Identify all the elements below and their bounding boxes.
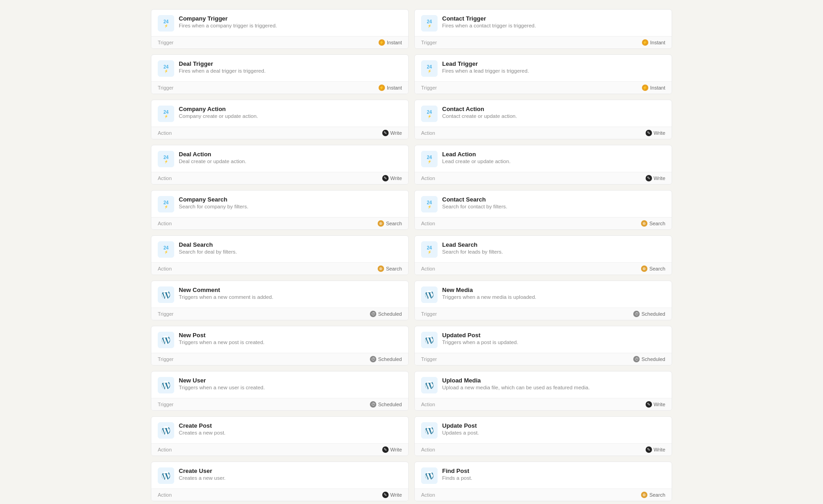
card-desc-new-comment: Triggers when a new comment is added. <box>179 294 402 300</box>
card-footer-update-post: Action ✎ Write <box>415 443 672 456</box>
card-body: 24 ⚡ Contact Search Search for contact b… <box>415 191 672 217</box>
card-text-upload-media: Upload Media Upload a new media file, wh… <box>442 377 665 390</box>
badge-find-post: ⊕ Search <box>641 492 665 498</box>
badge-new-user: ⏱ Scheduled <box>370 401 402 408</box>
card-contact-search[interactable]: 24 ⚡ Contact Search Search for contact b… <box>414 190 672 230</box>
badge-label-company-trigger: Instant <box>387 40 402 45</box>
card-updated-post[interactable]: Updated Post Triggers when a post is upd… <box>414 326 672 366</box>
card-body: 24 ⚡ Contact Trigger Fires when a contac… <box>415 10 672 36</box>
footer-type-create-post: Action <box>158 447 172 452</box>
card-desc-deal-search: Search for deal by filters. <box>179 249 402 255</box>
badge-update-post: ✎ Write <box>646 446 665 453</box>
card-title-lead-search: Lead Search <box>442 241 665 248</box>
card-title-new-media: New Media <box>442 286 665 293</box>
badge-label-contact-action: Write <box>654 130 665 136</box>
footer-type-deal-search: Action <box>158 266 172 271</box>
badge-create-post: ✎ Write <box>382 446 402 453</box>
card-title-deal-search: Deal Search <box>179 241 402 248</box>
card-text-contact-search: Contact Search Search for contact by fil… <box>442 196 665 209</box>
card-body: 24 ⚡ Deal Trigger Fires when a deal trig… <box>151 55 408 81</box>
card-title-upload-media: Upload Media <box>442 377 665 384</box>
card-upload-media[interactable]: Upload Media Upload a new media file, wh… <box>414 371 672 411</box>
card-title-new-comment: New Comment <box>179 286 402 293</box>
card-icon-find-post <box>421 467 438 484</box>
badge-label-new-post: Scheduled <box>378 356 402 362</box>
badge-deal-action: ✎ Write <box>382 175 402 181</box>
card-icon-create-post <box>158 422 174 439</box>
card-icon-updated-post <box>421 332 438 348</box>
badge-label-create-post: Write <box>390 447 402 452</box>
card-footer-new-comment: Trigger ⏱ Scheduled <box>151 308 408 320</box>
footer-type-company-action: Action <box>158 130 172 136</box>
badge-label-create-user: Write <box>390 492 402 498</box>
card-contact-action[interactable]: 24 ⚡ Contact Action Contact create or up… <box>414 100 672 139</box>
card-text-company-trigger: Company Trigger Fires when a company tri… <box>179 15 402 28</box>
card-desc-create-post: Creates a new post. <box>179 430 402 435</box>
card-desc-contact-search: Search for contact by filters. <box>442 204 665 209</box>
card-body: New Media Triggers when a new media is u… <box>415 281 672 308</box>
card-footer-new-media: Trigger ⏱ Scheduled <box>415 308 672 320</box>
badge-contact-search: ⊕ Search <box>641 220 665 227</box>
card-text-lead-action: Lead Action Lead create or update action… <box>442 151 665 164</box>
card-new-post[interactable]: New Post Triggers when a new post is cre… <box>151 326 409 366</box>
card-title-contact-search: Contact Search <box>442 196 665 203</box>
card-title-contact-action: Contact Action <box>442 106 665 112</box>
card-company-search[interactable]: 24 ⚡ Company Search Search for company b… <box>151 190 409 230</box>
card-lead-trigger[interactable]: 24 ⚡ Lead Trigger Fires when a lead trig… <box>414 54 672 94</box>
card-body: New Post Triggers when a new post is cre… <box>151 326 408 353</box>
card-company-trigger[interactable]: 24 ⚡ Company Trigger Fires when a compan… <box>151 9 409 49</box>
card-text-update-post: Update Post Updates a post. <box>442 422 665 435</box>
card-title-create-user: Create User <box>179 467 402 474</box>
badge-new-comment: ⏱ Scheduled <box>370 311 402 317</box>
card-title-lead-trigger: Lead Trigger <box>442 60 665 67</box>
card-create-post[interactable]: Create Post Creates a new post. Action ✎… <box>151 416 409 456</box>
card-body: Updated Post Triggers when a post is upd… <box>415 326 672 353</box>
footer-type-lead-search: Action <box>421 266 435 271</box>
card-deal-trigger[interactable]: 24 ⚡ Deal Trigger Fires when a deal trig… <box>151 54 409 94</box>
card-lead-search[interactable]: 24 ⚡ Lead Search Search for leads by fil… <box>414 235 672 275</box>
card-icon-contact-action: 24 ⚡ <box>421 106 438 122</box>
card-footer-company-trigger: Trigger ⚡ Instant <box>151 36 408 48</box>
footer-type-find-post: Action <box>421 492 435 498</box>
card-text-company-search: Company Search Search for company by fil… <box>179 196 402 209</box>
footer-type-company-search: Action <box>158 221 172 226</box>
card-company-action[interactable]: 24 ⚡ Company Action Company create or up… <box>151 100 409 139</box>
card-footer-deal-trigger: Trigger ⚡ Instant <box>151 81 408 94</box>
card-find-post[interactable]: Find Post Finds a post. Action ⊕ Search <box>414 462 672 501</box>
footer-type-lead-action: Action <box>421 175 435 181</box>
card-icon-company-action: 24 ⚡ <box>158 106 174 122</box>
card-footer-lead-action: Action ✎ Write <box>415 172 672 184</box>
badge-label-new-user: Scheduled <box>378 402 402 407</box>
badge-deal-search: ⊕ Search <box>378 265 402 272</box>
footer-type-create-user: Action <box>158 492 172 498</box>
card-footer-lead-search: Action ⊕ Search <box>415 262 672 275</box>
card-desc-create-user: Creates a new user. <box>179 475 402 481</box>
card-lead-action[interactable]: 24 ⚡ Lead Action Lead create or update a… <box>414 145 672 185</box>
badge-company-search: ⊕ Search <box>378 220 402 227</box>
badge-label-new-comment: Scheduled <box>378 311 402 317</box>
card-create-user[interactable]: Create User Creates a new user. Action ✎… <box>151 462 409 501</box>
badge-lead-trigger: ⚡ Instant <box>642 85 665 91</box>
card-new-user[interactable]: New User Triggers when a new user is cre… <box>151 371 409 411</box>
card-deal-search[interactable]: 24 ⚡ Deal Search Search for deal by filt… <box>151 235 409 275</box>
card-title-new-user: New User <box>179 377 402 384</box>
badge-deal-trigger: ⚡ Instant <box>379 85 402 91</box>
card-footer-lead-trigger: Trigger ⚡ Instant <box>415 81 672 94</box>
badge-company-action: ✎ Write <box>382 130 402 136</box>
card-new-comment[interactable]: New Comment Triggers when a new comment … <box>151 281 409 320</box>
badge-label-upload-media: Write <box>654 402 665 407</box>
card-update-post[interactable]: Update Post Updates a post. Action ✎ Wri… <box>414 416 672 456</box>
card-deal-action[interactable]: 24 ⚡ Deal Action Deal create or update a… <box>151 145 409 185</box>
card-icon-create-user <box>158 467 174 484</box>
card-icon-deal-search: 24 ⚡ <box>158 241 174 258</box>
footer-type-upload-media: Action <box>421 402 435 407</box>
badge-create-user: ✎ Write <box>382 492 402 498</box>
footer-type-deal-trigger: Trigger <box>158 85 173 90</box>
card-icon-new-user <box>158 377 174 393</box>
card-contact-trigger[interactable]: 24 ⚡ Contact Trigger Fires when a contac… <box>414 9 672 49</box>
badge-label-new-media: Scheduled <box>641 311 665 317</box>
card-desc-contact-trigger: Fires when a contact trigger is triggere… <box>442 23 665 28</box>
card-footer-new-post: Trigger ⏱ Scheduled <box>151 353 408 365</box>
card-new-media[interactable]: New Media Triggers when a new media is u… <box>414 281 672 320</box>
badge-company-trigger: ⚡ Instant <box>379 39 402 46</box>
